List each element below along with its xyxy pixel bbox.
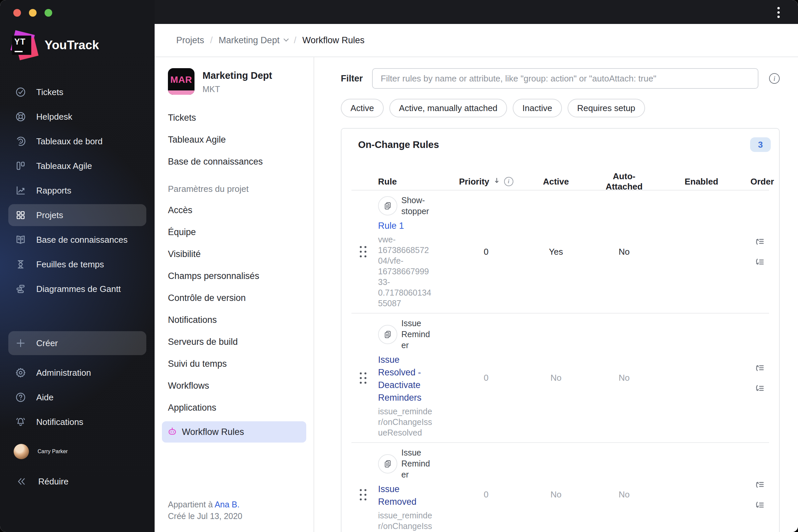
settings-item-time-tracking[interactable]: Suivi du temps — [168, 353, 300, 375]
project-name: Marketing Dept — [203, 70, 272, 81]
filter-label: Filter — [341, 74, 363, 84]
priority-value: 0 — [484, 373, 489, 383]
rule-package-icon — [378, 454, 397, 474]
rule-name-link[interactable]: Rule 1 — [378, 220, 432, 232]
priority-value: 0 — [484, 490, 489, 500]
project-settings-panel: MAR Marketing Dept MKT Tickets Tableaux … — [155, 57, 314, 532]
card-title: On-Change Rules — [358, 139, 439, 150]
minimize-button[interactable] — [29, 9, 37, 17]
settings-item-custom-fields[interactable]: Champs personnalisés — [168, 265, 300, 287]
sidebar-item-dashboards[interactable]: Tableaux de bord — [8, 130, 146, 152]
app-window: YT YouTrack Tickets Helpdesk Tableaux de… — [0, 0, 798, 532]
robot-icon — [167, 427, 177, 437]
table-row: Issue Reminder Issue Resolved - Deactiva… — [352, 313, 769, 442]
zoom-button[interactable] — [44, 9, 52, 17]
breadcrumb-projects[interactable]: Projets — [176, 35, 204, 45]
move-to-top-button[interactable] — [755, 362, 765, 373]
content-area: Projets / Marketing Dept / Workflow Rule… — [155, 24, 798, 532]
create-button[interactable]: Créer — [8, 331, 146, 355]
settings-item-access[interactable]: Accès — [168, 199, 300, 221]
priority-info-icon[interactable]: i — [504, 177, 513, 186]
rules-table: Rule Priority i Active Auto-Attached Ena… — [352, 152, 769, 532]
sidebar-item-knowledge-base[interactable]: Base de connaissances — [8, 229, 146, 251]
sidebar-item-reports[interactable]: Rapports — [8, 179, 146, 202]
sidebar-item-projects[interactable]: Projets — [8, 204, 146, 226]
agile-board-icon — [15, 160, 26, 172]
sidebar-item-gantt-charts[interactable]: Diagrammes de Gantt — [8, 278, 146, 300]
filter-input[interactable] — [372, 68, 758, 89]
project-settings-nav: Accès Équipe Visibilité Champs personnal… — [168, 199, 300, 419]
settings-item-applications[interactable]: Applications — [168, 397, 300, 419]
drag-handle[interactable] — [360, 246, 366, 258]
sidebar-item-notifications[interactable]: Notifications — [8, 411, 146, 433]
rule-package-icon — [378, 196, 397, 215]
active-value: Yes — [549, 247, 563, 257]
sidebar-item-administration[interactable]: Administration — [8, 362, 146, 384]
drag-handle[interactable] — [360, 373, 366, 384]
owner-link[interactable]: Ana B. — [214, 500, 240, 509]
move-to-bottom-button[interactable] — [755, 500, 765, 510]
settings-item-workflow-rules[interactable]: Workflow Rules — [162, 421, 306, 442]
project-key: MKT — [203, 84, 272, 94]
filter-info-icon[interactable]: i — [769, 73, 780, 84]
settings-item-workflows[interactable]: Workflows — [168, 375, 300, 397]
table-header: Rule Priority i Active Auto-Attached Ena… — [352, 171, 769, 191]
collapse-sidebar-button[interactable]: Réduire — [8, 472, 146, 491]
rule-id: issue_reminder/onChangeIssueRemov — [378, 510, 433, 532]
chip-requires-setup[interactable]: Requires setup — [568, 99, 645, 117]
rule-id: issue_reminder/onChangeIssueResolved — [378, 406, 433, 438]
sidebar-item-help[interactable]: Aide — [8, 386, 146, 408]
chip-active[interactable]: Active — [341, 99, 384, 117]
settings-item-version-control[interactable]: Contrôle de version — [168, 287, 300, 309]
user-menu[interactable]: Carry Parker — [8, 441, 146, 462]
sort-desc-icon — [493, 176, 501, 187]
project-item-tickets[interactable]: Tickets — [168, 107, 300, 129]
active-value: No — [550, 373, 561, 383]
sidebar-item-tickets[interactable]: Tickets — [8, 81, 146, 103]
project-header: MAR Marketing Dept MKT — [168, 68, 300, 95]
rule-package-icon — [378, 325, 397, 344]
sidebar-footer-nav: Administration Aide Notifications — [0, 359, 155, 436]
chip-active-manually-attached[interactable]: Active, manually attached — [390, 99, 507, 117]
grid-icon — [15, 209, 26, 221]
settings-item-team[interactable]: Équipe — [168, 221, 300, 243]
column-auto-attached: Auto-Attached — [596, 171, 652, 192]
sidebar-item-agile-boards[interactable]: Tableaux Agile — [8, 155, 146, 177]
drag-handle[interactable] — [360, 489, 366, 500]
project-item-knowledge-base[interactable]: Base de connaissances — [168, 151, 300, 173]
book-icon — [15, 234, 26, 245]
settings-item-notifications[interactable]: Notifications — [168, 309, 300, 331]
user-name: Carry Parker — [38, 449, 68, 455]
project-item-agile-boards[interactable]: Tableaux Agile — [168, 129, 300, 151]
rule-name-link[interactable]: Issue Resolved - Deactivate Reminders — [378, 354, 432, 404]
breadcrumb-current: Workflow Rules — [302, 35, 364, 45]
rule-group-label: Show-stopper — [401, 195, 432, 217]
user-avatar — [14, 444, 29, 459]
trend-chart-icon — [15, 185, 26, 196]
chevron-down-icon[interactable] — [283, 36, 289, 41]
auto-attached-value: No — [619, 373, 629, 383]
chip-inactive[interactable]: Inactive — [513, 99, 562, 117]
move-to-top-button[interactable] — [755, 236, 765, 247]
move-to-top-button[interactable] — [755, 479, 765, 490]
move-to-bottom-button[interactable] — [755, 257, 765, 267]
settings-item-build-servers[interactable]: Serveurs de build — [168, 331, 300, 353]
project-footer: Appartient à Ana B. Créé le Jul 13, 2020 — [168, 499, 300, 522]
sidebar-item-timesheets[interactable]: Feuilles de temps — [8, 253, 146, 275]
auto-attached-value: No — [619, 247, 629, 257]
kebab-menu-icon[interactable] — [777, 7, 780, 18]
gantt-icon — [15, 283, 26, 294]
close-button[interactable] — [13, 9, 21, 17]
move-to-bottom-button[interactable] — [755, 383, 765, 394]
sidebar-item-helpdesk[interactable]: Helpdesk — [8, 106, 146, 128]
priority-value: 0 — [484, 247, 489, 257]
project-avatar: MAR — [168, 68, 194, 95]
column-priority[interactable]: Priority i — [459, 176, 513, 187]
breadcrumb-project-selector[interactable]: Marketing Dept — [219, 35, 280, 45]
column-rule: Rule — [375, 176, 456, 187]
table-row: Show-stopper Rule 1 vwe-1673866857204/vf… — [352, 191, 769, 313]
auto-attached-value: No — [619, 490, 629, 500]
active-value: No — [550, 490, 561, 500]
settings-item-visibility[interactable]: Visibilité — [168, 243, 300, 265]
rule-name-link[interactable]: Issue Removed — [378, 483, 432, 508]
